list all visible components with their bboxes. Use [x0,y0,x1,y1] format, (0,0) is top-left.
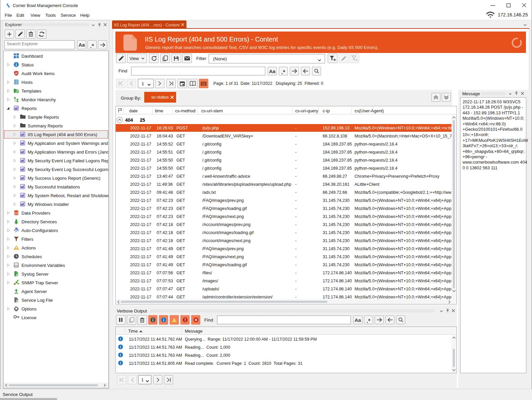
svg-text:(x): (x) [15,264,18,267]
